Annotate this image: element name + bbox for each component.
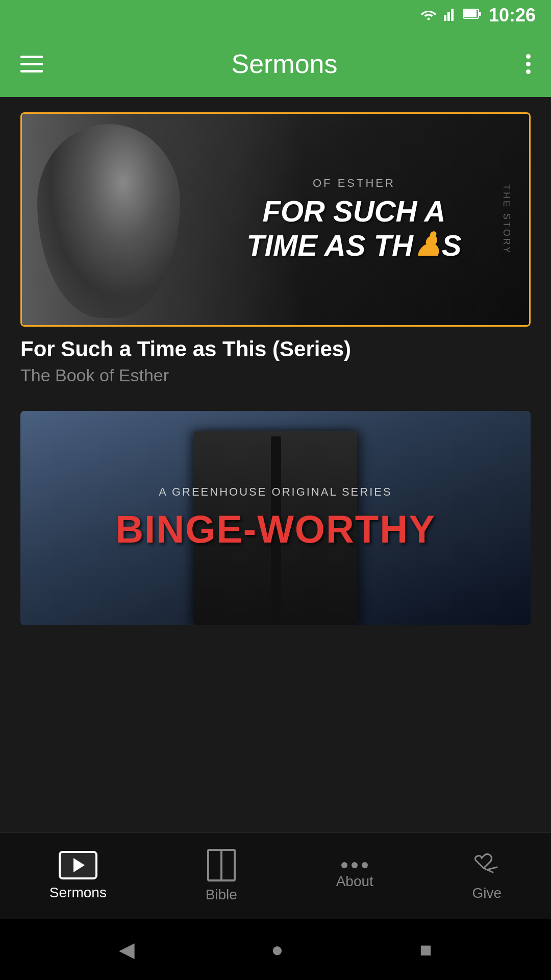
- card-esther-image: OF ESTHER FOR SUCH ATIME AS TH♟S THE STO…: [20, 112, 531, 327]
- card-esther-subtitle: The Book of Esther: [20, 365, 531, 385]
- binge-greenhouse-label: A GREENHOUSE ORIGINAL SERIES: [159, 485, 392, 499]
- sermon-card-esther[interactable]: OF ESTHER FOR SUCH ATIME AS TH♟S THE STO…: [20, 112, 531, 385]
- esther-main-title: FOR SUCH ATIME AS TH♟S: [246, 195, 461, 262]
- battery-icon: [463, 7, 482, 23]
- svg-rect-1: [444, 15, 446, 21]
- card-esther-title: For Such a Time as This (Series): [20, 337, 531, 361]
- esther-story-tag: THE STORY: [501, 184, 512, 255]
- back-button[interactable]: ◀: [119, 938, 135, 961]
- system-nav: ◀ ● ■: [0, 919, 551, 980]
- home-button[interactable]: ●: [271, 938, 283, 961]
- nav-label-about: About: [336, 873, 373, 890]
- binge-main-title: BINGE-WORTHY: [115, 507, 436, 551]
- status-bar: 10:26: [0, 0, 551, 31]
- nav-label-sermons: Sermons: [49, 885, 107, 901]
- nav-label-give: Give: [472, 885, 502, 901]
- svg-rect-5: [464, 10, 477, 17]
- wifi-icon: [420, 7, 437, 23]
- recents-button[interactable]: ■: [419, 938, 432, 961]
- app-bar: Sermons: [0, 31, 551, 97]
- bottom-nav: Sermons Bible About Give: [0, 832, 551, 919]
- esther-vertical-label: OF ESTHER: [246, 177, 461, 190]
- card-binge-bg: A GREENHOUSE ORIGINAL SERIES BINGE-WORTH…: [20, 411, 531, 625]
- hamburger-menu-button[interactable]: [20, 56, 43, 72]
- status-icons: 10:26: [420, 5, 536, 26]
- status-time: 10:26: [489, 5, 536, 26]
- svg-point-0: [427, 18, 430, 20]
- nav-label-bible: Bible: [206, 887, 237, 903]
- esther-text-overlay: OF ESTHER FOR SUCH ATIME AS TH♟S THE STO…: [189, 114, 519, 325]
- about-icon: [341, 862, 368, 868]
- bible-icon: [207, 849, 236, 881]
- nav-item-sermons[interactable]: Sermons: [34, 846, 122, 906]
- card-esther-bg: OF ESTHER FOR SUCH ATIME AS TH♟S THE STO…: [22, 114, 529, 325]
- app-bar-title: Sermons: [231, 48, 337, 79]
- main-content: OF ESTHER FOR SUCH ATIME AS TH♟S THE STO…: [0, 97, 551, 832]
- nav-item-give[interactable]: Give: [457, 845, 517, 906]
- nav-item-bible[interactable]: Bible: [190, 844, 253, 908]
- sermons-icon: [59, 851, 97, 879]
- svg-rect-2: [447, 12, 450, 21]
- sermon-card-binge[interactable]: A GREENHOUSE ORIGINAL SERIES BINGE-WORTH…: [20, 411, 531, 625]
- bible-spine: [220, 851, 222, 879]
- svg-rect-3: [451, 9, 454, 21]
- nav-item-about[interactable]: About: [321, 857, 389, 895]
- more-options-button[interactable]: [526, 54, 531, 74]
- svg-rect-6: [479, 12, 481, 16]
- play-triangle: [73, 858, 85, 872]
- signal-icon: [444, 7, 456, 24]
- card-binge-image: A GREENHOUSE ORIGINAL SERIES BINGE-WORTH…: [20, 411, 531, 625]
- give-icon: [473, 850, 500, 880]
